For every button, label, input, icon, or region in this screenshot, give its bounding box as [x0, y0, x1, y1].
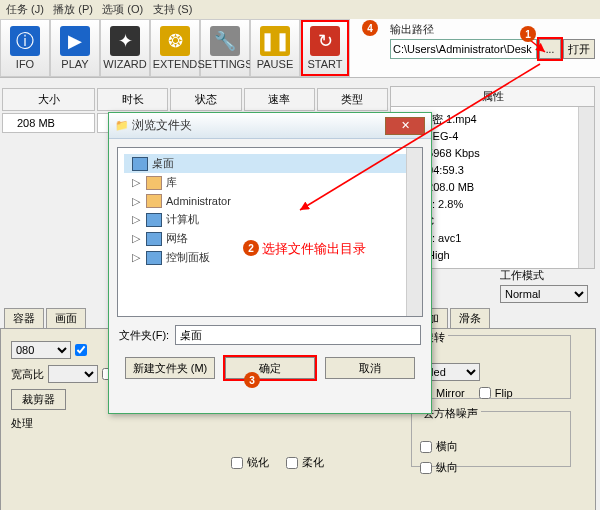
folder-icon: [146, 176, 162, 190]
folder-field-label: 文件夹(F):: [119, 328, 169, 343]
folder-icon: 📁: [115, 119, 129, 132]
cancel-button[interactable]: 取消: [325, 357, 415, 379]
cp-icon: [146, 251, 162, 265]
info-button[interactable]: ⓘIFO: [0, 19, 50, 77]
annotation-dot-2: 2: [243, 240, 259, 256]
denoise-v-checkbox[interactable]: [420, 462, 432, 474]
wrench-icon: 🔧: [210, 26, 240, 56]
browse-folder-dialog: 📁 浏览文件夹 ✕ 桌面 ▷库 ▷Administrator ▷计算机 ▷网络 …: [108, 112, 432, 414]
denoise-h-checkbox[interactable]: [420, 441, 432, 453]
desktop-icon: [132, 157, 148, 171]
workmode-group: 工作模式 Normal: [500, 268, 588, 303]
workmode-label: 工作模式: [500, 268, 588, 283]
annotation-dot-1: 1: [520, 26, 536, 42]
browse-button[interactable]: ...: [539, 39, 561, 59]
expand-icon[interactable]: ▷: [132, 176, 142, 189]
wand-icon: ✦: [110, 26, 140, 56]
dialog-title: 浏览文件夹: [132, 117, 385, 134]
tree-node-desktop[interactable]: 桌面: [124, 154, 416, 173]
play-icon: ▶: [60, 26, 90, 56]
col-size[interactable]: 大小: [2, 88, 95, 111]
resolution-select[interactable]: 080: [11, 341, 71, 359]
expand-icon[interactable]: ▷: [132, 232, 142, 245]
aspect-select[interactable]: [48, 365, 98, 383]
new-folder-button[interactable]: 新建文件夹 (M): [125, 357, 215, 379]
flip-checkbox[interactable]: [479, 387, 491, 399]
tree-node-lib[interactable]: ▷库: [124, 173, 416, 192]
start-button[interactable]: ↻START: [300, 19, 350, 77]
crop-button[interactable]: 裁剪器: [11, 389, 66, 410]
tab-container[interactable]: 容器: [4, 308, 44, 328]
res-checkbox[interactable]: [75, 344, 87, 356]
expand-icon[interactable]: ▷: [132, 251, 142, 264]
output-path-input[interactable]: [390, 39, 537, 59]
menu-play[interactable]: 播放 (P): [53, 3, 93, 15]
tree-node-admin[interactable]: ▷Administrator: [124, 192, 416, 210]
puzzle-icon: ❂: [160, 26, 190, 56]
annotation-dot-3: 3: [244, 372, 260, 388]
start-icon: ↻: [310, 26, 340, 56]
settings-button[interactable]: 🔧SETTINGS: [200, 19, 250, 77]
tab-frame[interactable]: 画面: [46, 308, 86, 328]
col-status[interactable]: 状态: [170, 88, 241, 111]
output-path-group: 输出路径 ... 打开: [390, 22, 595, 59]
aspect-label: 宽高比: [11, 367, 44, 382]
denoise-group: 去方格噪声 横向 纵向: [411, 411, 571, 467]
scrollbar[interactable]: [578, 107, 594, 268]
rotation-group: 旋转 bled Mirror Flip: [411, 335, 571, 399]
tab-slider[interactable]: 滑条: [450, 308, 490, 328]
col-type[interactable]: 类型: [317, 88, 388, 111]
extend-button[interactable]: ❂EXTEND: [150, 19, 200, 77]
annotation-text: 选择文件输出目录: [262, 240, 366, 258]
scrollbar[interactable]: [406, 148, 422, 316]
computer-icon: [146, 213, 162, 227]
pause-button[interactable]: ❚❚PAUSE: [250, 19, 300, 77]
menu-tasks[interactable]: 任务 (J): [6, 3, 44, 15]
expand-icon[interactable]: ▷: [132, 213, 142, 226]
output-path-label: 输出路径: [390, 22, 595, 37]
play-button[interactable]: ▶PLAY: [50, 19, 100, 77]
workmode-select[interactable]: Normal: [500, 285, 588, 303]
sharpen-checkbox[interactable]: [231, 457, 243, 469]
annotation-dot-4: 4: [362, 20, 378, 36]
col-rate[interactable]: 速率: [244, 88, 315, 111]
info-icon: ⓘ: [10, 26, 40, 56]
properties-header: 属性: [390, 86, 595, 107]
menu-support[interactable]: 支持 (S): [153, 3, 193, 15]
open-button[interactable]: 打开: [563, 39, 595, 59]
folder-icon: [146, 194, 162, 208]
pause-icon: ❚❚: [260, 26, 290, 56]
soften-checkbox[interactable]: [286, 457, 298, 469]
folder-field-input[interactable]: [175, 325, 421, 345]
close-button[interactable]: ✕: [385, 117, 425, 135]
process-label: 处理: [11, 416, 33, 431]
tree-node-computer[interactable]: ▷计算机: [124, 210, 416, 229]
ok-button[interactable]: 确定: [225, 357, 315, 379]
menubar: 任务 (J) 播放 (P) 选项 (O) 支持 (S): [0, 0, 600, 19]
folder-tree[interactable]: 桌面 ▷库 ▷Administrator ▷计算机 ▷网络 ▷控制面板: [117, 147, 423, 317]
close-icon: ✕: [401, 119, 410, 132]
expand-icon[interactable]: ▷: [132, 195, 142, 208]
wizard-button[interactable]: ✦WIZARD: [100, 19, 150, 77]
col-duration[interactable]: 时长: [97, 88, 168, 111]
menu-options[interactable]: 选项 (O): [102, 3, 143, 15]
network-icon: [146, 232, 162, 246]
